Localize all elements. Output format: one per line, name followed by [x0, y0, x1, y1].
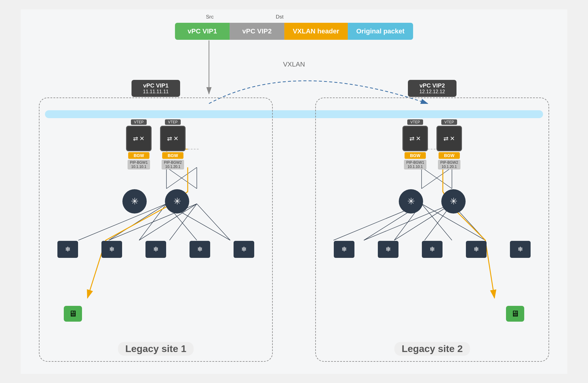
site2-pip2-label: PIP-BGW210.1.20.1: [438, 160, 461, 169]
site1-vpc-label: vPC VIP1: [138, 82, 174, 89]
site2-spine-pair: ✳ ✳: [399, 189, 466, 214]
site2-spine1: ✳: [399, 189, 423, 214]
site1-label: Legacy site 1: [118, 342, 194, 356]
site1-leaf-row: ❄ ❄ ❄ ❄ ❄: [46, 241, 266, 258]
site2-bgw1: VTEP ⇄ ✕ BGW PIP-BGW110.1.10.1: [402, 119, 428, 169]
site1-bgw1-label: BGW: [128, 152, 149, 159]
site2-vpc-ip: 12.12.12.12: [414, 89, 450, 94]
segment-vxlan-header: VXLAN header: [284, 23, 348, 40]
site2-bgw2-icon: ⇄ ✕: [436, 126, 462, 151]
site1-computer: 🖥: [64, 306, 82, 322]
vxlan-label: VXLAN: [283, 60, 305, 68]
dst-label: Dst: [276, 14, 284, 20]
site1-vpc-box: vPC VIP1 11.11.11.11: [132, 80, 180, 97]
segment-vpc-vip2: vPC VIP2: [230, 23, 284, 40]
site2-leaf2: ❄: [378, 241, 398, 258]
site2-bgw-pair: VTEP ⇄ ✕ BGW PIP-BGW110.1.10.1 VTEP ⇄ ✕: [402, 119, 462, 169]
site2-bgw2: VTEP ⇄ ✕ BGW PIP-BGW210.1.20.1: [436, 119, 462, 169]
site2-leaf4: ❄: [466, 241, 487, 258]
site2-vpc-label: vPC VIP2: [414, 82, 450, 89]
site2-computer: 🖥: [506, 306, 524, 322]
site1-bgw2-label: BGW: [162, 152, 183, 159]
site2-vpc-box: vPC VIP2 12.12.12.12: [408, 80, 456, 97]
site1-leaf5: ❄: [234, 241, 254, 258]
site1-leaf1: ❄: [57, 241, 78, 258]
site1-bgw2-icon: ⇄ ✕: [160, 126, 186, 151]
site1-spine1: ✳: [122, 189, 147, 214]
site1-pip1-label: PIP-BGW110.1.10.1: [128, 160, 150, 169]
packet-bar: vPC VIP1 vPC VIP2 VXLAN header Original …: [175, 22, 413, 40]
site2-bgw1-label: BGW: [405, 152, 426, 159]
site1-pip2-label: PIP-BGW210.1.20.1: [162, 160, 184, 169]
site1-vtep2-label: VTEP: [165, 119, 180, 125]
site1-vpc-ip: 11.11.11.11: [138, 89, 174, 94]
site1-vtep1-label: VTEP: [131, 119, 146, 125]
src-label: Src: [206, 14, 214, 20]
site2-spine2: ✳: [441, 189, 466, 214]
site1-container: Legacy site 1 vPC VIP1 11.11.11.11 VTEP …: [39, 97, 273, 362]
site1-leaf2: ❄: [101, 241, 122, 258]
site2-leaf3: ❄: [422, 241, 443, 258]
site1-leaf4: ❄: [190, 241, 210, 258]
site2-leaf-row: ❄ ❄ ❄ ❄ ❄: [322, 241, 542, 258]
site1-spine2: ✳: [165, 189, 189, 214]
site2-bgw1-icon: ⇄ ✕: [402, 126, 428, 151]
site2-leaf5: ❄: [510, 241, 531, 258]
site1-bgw2: VTEP ⇄ ✕ BGW PIP-BGW210.1.20.1: [160, 119, 186, 169]
site1-spine-pair: ✳ ✳: [122, 189, 189, 214]
site1-bgw-pair: VTEP ⇄ ✕ BGW PIP-BGW110.1.10.1 VTEP ⇄ ✕: [126, 119, 186, 169]
site2-vtep1-label: VTEP: [407, 119, 423, 125]
site2-leaf1: ❄: [334, 241, 354, 258]
segment-vpc-vip1: vPC VIP1: [175, 23, 230, 40]
site2-vtep2-label: VTEP: [441, 119, 457, 125]
segment-original-packet: Original packet: [348, 23, 413, 40]
site2-label: Legacy site 2: [395, 342, 470, 356]
site2-container: Legacy site 2 vPC VIP2 12.12.12.12 VTEP …: [315, 97, 549, 362]
site2-pip1-label: PIP-BGW110.1.10.1: [404, 160, 427, 169]
site1-leaf3: ❄: [145, 241, 166, 258]
site2-bgw2-label: BGW: [439, 152, 460, 159]
main-canvas: Src Dst vPC VIP1 vPC VIP2 VXLAN header O…: [21, 9, 567, 374]
site1-bgw1-icon: ⇄ ✕: [126, 126, 152, 151]
site1-bgw1: VTEP ⇄ ✕ BGW PIP-BGW110.1.10.1: [126, 119, 152, 169]
